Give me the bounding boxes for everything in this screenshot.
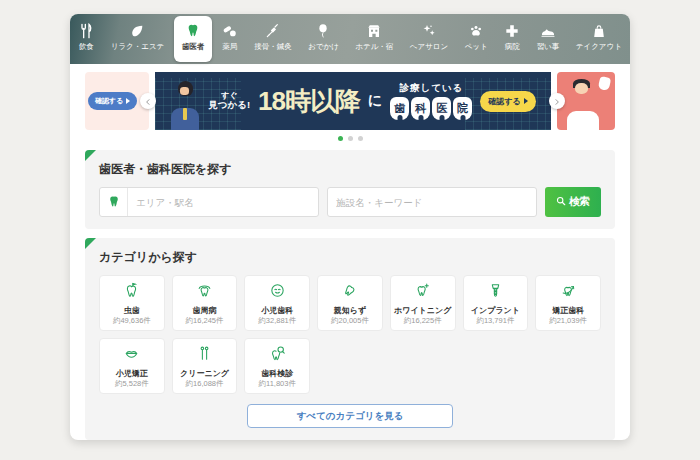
- top-category-nav: 飲食 リラク・エステ 歯医者 薬局 接骨・鍼灸: [70, 14, 630, 64]
- area-station-input[interactable]: [128, 197, 318, 208]
- tooth-char-icon: 科: [411, 97, 430, 120]
- braces-tooth-icon: [560, 282, 577, 303]
- nav-label: 接骨・鍼灸: [254, 43, 292, 51]
- nav-item-pharmacy[interactable]: 薬局: [213, 14, 245, 64]
- keyword-field-wrapper: [327, 187, 537, 217]
- pills-icon: [222, 23, 238, 39]
- paw-icon: [468, 23, 484, 39]
- tooth-char-icon: 医: [432, 97, 451, 120]
- carousel-main-slide[interactable]: すぐ 見つかる! 18時以降 に 診療している 歯 科 医 院 確認する: [155, 72, 551, 130]
- carousel-dot-2[interactable]: [348, 136, 353, 141]
- balloon-icon: [315, 23, 331, 39]
- nav-label: 飲食: [79, 43, 94, 51]
- needle-icon: [265, 23, 281, 39]
- category-count: 約20,005件: [331, 316, 369, 326]
- nav-label: おでかけ: [308, 43, 339, 51]
- nav-label: ペット: [465, 43, 488, 51]
- confirm-button-label: 確認する: [488, 96, 520, 107]
- banner-carousel: 確認する すぐ 見つかる! 18時以降 に 診療している 歯 科 医: [85, 72, 615, 130]
- category-label: 小児矯正: [116, 368, 148, 379]
- category-count: 約32,881件: [258, 316, 296, 326]
- category-grid: 虫歯 約49,636件 歯周病 約16,245件 小児歯科 約32,881件 親…: [99, 275, 601, 394]
- chevron-right-icon: [553, 94, 561, 109]
- tooth-char-icon: 院: [453, 97, 472, 120]
- category-label: 小児歯科: [261, 305, 293, 316]
- nav-item-relax-esthetic[interactable]: リラク・エステ: [102, 14, 172, 64]
- sparkles-icon: [421, 23, 437, 39]
- category-card-whitening[interactable]: ホワイトニング 約16,225件: [390, 275, 456, 331]
- category-label: インプラント: [471, 305, 520, 316]
- nav-item-lessons[interactable]: 習い事: [528, 14, 567, 64]
- implant-icon: [487, 282, 504, 303]
- tooth-char-icon: 歯: [390, 97, 409, 120]
- see-all-categories-button[interactable]: すべてのカテゴリを見る: [247, 404, 453, 428]
- carousel-next-slide[interactable]: [557, 72, 615, 130]
- banner-particle-text: に: [368, 92, 382, 110]
- confirm-button-main[interactable]: 確認する: [480, 91, 535, 112]
- search-icon: [556, 196, 566, 208]
- carousel-dot-1[interactable]: [338, 136, 343, 141]
- mouth-icon: [123, 345, 140, 366]
- main-window: 飲食 リラク・エステ 歯医者 薬局 接骨・鍼灸: [70, 14, 630, 440]
- search-button[interactable]: 検索: [545, 187, 601, 217]
- category-label: クリーニング: [180, 368, 229, 379]
- nav-label: リラク・エステ: [111, 43, 165, 51]
- child-face-icon: [269, 282, 286, 303]
- gum-tooth-icon: [196, 282, 213, 303]
- businessman-illustration: [170, 80, 200, 130]
- nav-label: 歯医者: [182, 43, 205, 51]
- category-card-periodontal[interactable]: 歯周病 約16,245件: [172, 275, 238, 331]
- category-card-wisdom-tooth[interactable]: 親知らず 約20,005件: [317, 275, 383, 331]
- nav-item-osteopathy-acupuncture[interactable]: 接骨・鍼灸: [246, 14, 300, 64]
- tilted-tooth-icon: [341, 282, 358, 303]
- nav-item-takeout[interactable]: テイクアウト: [568, 14, 630, 64]
- nav-item-pet[interactable]: ペット: [456, 14, 496, 64]
- bag-icon: [591, 23, 607, 39]
- carousel-prev-button[interactable]: [140, 93, 156, 109]
- category-card-dental-checkup[interactable]: 歯科検診 約11,803件: [244, 338, 310, 394]
- hotel-icon: [366, 23, 382, 39]
- category-count: 約16,245件: [186, 316, 224, 326]
- plus-icon: [504, 23, 520, 39]
- category-card-pediatric-dentistry[interactable]: 小児歯科 約32,881件: [244, 275, 310, 331]
- carousel-dot-3[interactable]: [358, 136, 363, 141]
- dental-tools-icon: [196, 345, 213, 366]
- nav-item-dentist-active[interactable]: 歯医者: [174, 16, 213, 62]
- nav-item-hair-salon[interactable]: ヘアサロン: [402, 14, 457, 64]
- category-card-pediatric-orthodontics[interactable]: 小児矯正 約5,528件: [99, 338, 165, 394]
- banner-time-text: 18時以降: [258, 84, 360, 119]
- category-label: 歯科検診: [261, 368, 293, 379]
- chevron-left-icon: [144, 94, 152, 109]
- category-card-orthodontics[interactable]: 矯正歯科 約21,039件: [535, 275, 601, 331]
- search-panel: 歯医者・歯科医院を探す 検索: [85, 150, 615, 229]
- fork-knife-icon: [78, 23, 94, 39]
- nav-label: ヘアサロン: [410, 43, 448, 51]
- category-count: 約21,039件: [549, 316, 587, 326]
- category-count: 約13,791件: [476, 316, 514, 326]
- corner-ribbon: [85, 238, 96, 249]
- nav-item-hotel[interactable]: ホテル・宿: [347, 14, 402, 64]
- category-card-cavity[interactable]: 虫歯 約49,636件: [99, 275, 165, 331]
- search-button-label: 検索: [569, 195, 590, 209]
- nav-item-restaurant[interactable]: 飲食: [70, 14, 102, 64]
- banner-lead-text: すぐ 見つかる!: [208, 91, 250, 111]
- tooth-characters: 歯 科 医 院: [390, 97, 472, 120]
- category-card-cleaning[interactable]: クリーニング 約16,088件: [172, 338, 238, 394]
- facility-keyword-input[interactable]: [328, 197, 536, 208]
- category-card-implant[interactable]: インプラント 約13,791件: [463, 275, 529, 331]
- category-panel: カテゴリから探す 虫歯 約49,636件 歯周病 約16,245件 小児歯科 約…: [85, 238, 615, 440]
- carousel-dots: [70, 136, 630, 141]
- carousel-next-button[interactable]: [549, 93, 565, 109]
- nav-label: 病院: [505, 43, 520, 51]
- tooth-icon: [185, 23, 201, 39]
- shoe-icon: [540, 23, 556, 39]
- nav-label: テイクアウト: [576, 43, 622, 51]
- category-count: 約16,225件: [404, 316, 442, 326]
- confirm-button-left[interactable]: 確認する: [88, 92, 137, 110]
- search-panel-title: 歯医者・歯科医院を探す: [99, 161, 601, 178]
- category-label: 親知らず: [334, 305, 366, 316]
- category-count: 約5,528件: [115, 379, 149, 389]
- nav-item-hospital[interactable]: 病院: [496, 14, 528, 64]
- cavity-tooth-icon: [123, 282, 140, 303]
- nav-item-outing[interactable]: おでかけ: [300, 14, 347, 64]
